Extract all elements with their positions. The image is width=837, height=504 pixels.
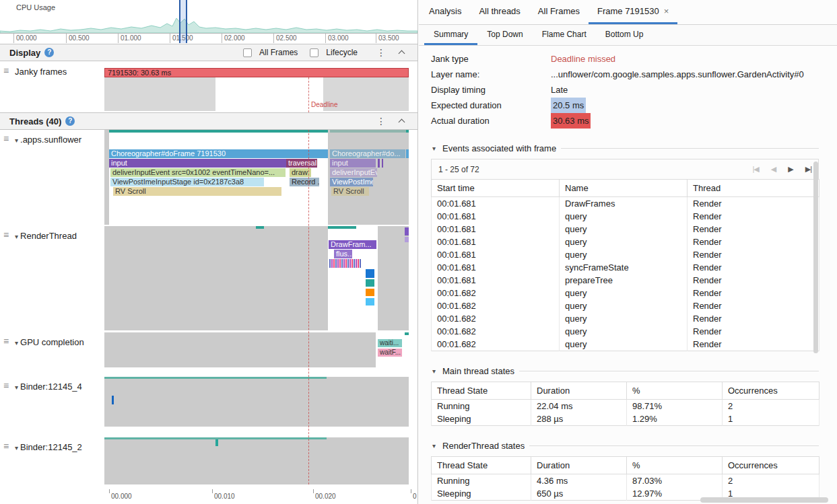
cell-name[interactable]: query xyxy=(560,210,688,223)
janky-frame-bar[interactable]: 7191530: 30.63 ms xyxy=(104,68,409,77)
lifecycle-checkbox-label[interactable]: Lifecycle xyxy=(326,48,358,57)
cell-start-time[interactable]: 00:01.682 xyxy=(432,338,560,351)
cell-name[interactable]: prepareTree xyxy=(560,274,688,287)
previous-page-icon[interactable]: ◀ xyxy=(771,165,776,174)
cell-start-time[interactable]: 00:01.681 xyxy=(432,197,560,211)
trace-event-sliver[interactable] xyxy=(382,159,383,168)
grip-icon[interactable]: ≡ xyxy=(3,66,9,75)
range-selection-handle[interactable] xyxy=(179,0,187,43)
column-header[interactable]: % xyxy=(627,382,723,400)
cell-name[interactable]: query xyxy=(560,248,688,261)
trace-event-block[interactable] xyxy=(366,269,374,278)
table-row[interactable]: 00:01.681 syncFrameState Render xyxy=(432,261,819,274)
kebab-menu-icon[interactable]: ⋮ xyxy=(370,47,393,58)
cell-thread[interactable]: Render xyxy=(688,236,819,248)
all-frames-checkbox[interactable] xyxy=(243,48,252,57)
trace-event-rv-scroll-dim[interactable]: RV Scroll xyxy=(331,187,369,196)
tab-flame-chart[interactable]: Flame Chart xyxy=(533,25,596,45)
grip-icon[interactable]: ≡ xyxy=(3,381,9,390)
trace-event-sliver[interactable] xyxy=(406,130,409,133)
tab-all-threads[interactable]: All threads xyxy=(470,0,529,24)
column-header[interactable]: Thread State xyxy=(432,382,531,400)
help-icon[interactable]: ? xyxy=(44,48,54,57)
trace-event-wait-fence[interactable]: waitF... xyxy=(378,349,402,357)
collapse-chevron-icon[interactable] xyxy=(399,50,405,57)
trace-event-waiting[interactable]: waiti... xyxy=(378,339,402,347)
table-row[interactable]: 00:01.681 query Render xyxy=(432,248,819,261)
cell-name[interactable]: query xyxy=(560,236,688,248)
trace-event-sliver[interactable] xyxy=(215,439,218,446)
cell-thread[interactable]: Render xyxy=(688,197,819,211)
trace-event-input-dim[interactable]: input xyxy=(330,159,376,168)
table-row[interactable]: 00:01.682 query Render xyxy=(432,338,819,351)
trace-event-dense-strip[interactable] xyxy=(329,259,362,268)
cell-thread[interactable]: Render xyxy=(688,287,819,299)
trace-event-block[interactable] xyxy=(366,289,374,296)
trace-event-input[interactable]: input xyxy=(109,159,286,168)
thread-name[interactable]: ▾Binder:12145_4 xyxy=(15,382,82,392)
cell-name[interactable]: query xyxy=(560,312,688,325)
cell-thread[interactable]: Render xyxy=(688,325,819,338)
column-header[interactable]: Duration xyxy=(531,457,627,474)
trace-event-choreographer-dim[interactable]: Choreographer#do... xyxy=(330,149,405,158)
table-row[interactable]: 00:01.682 query Render xyxy=(432,325,819,338)
cell-name[interactable]: query xyxy=(560,223,688,236)
cell-thread[interactable]: Render xyxy=(688,312,819,325)
table-row[interactable]: 00:01.681 prepareTree Render xyxy=(432,274,819,287)
trace-event-sliver[interactable] xyxy=(405,227,409,236)
trace-event-rv-scroll[interactable]: RV Scroll xyxy=(113,187,281,196)
cell-start-time[interactable]: 00:01.682 xyxy=(432,325,560,338)
trace-event-sliver[interactable] xyxy=(378,159,380,168)
renderthread-states-section-header[interactable]: ▾ RenderThread states xyxy=(432,441,819,451)
cpu-usage-sparkline[interactable] xyxy=(0,10,417,33)
trace-event-sliver[interactable] xyxy=(405,332,409,335)
tab-top-down[interactable]: Top Down xyxy=(477,25,532,45)
section-collapse-icon[interactable]: ▾ xyxy=(432,442,436,449)
trace-event-traversal[interactable]: traversal xyxy=(286,159,317,168)
cell-start-time[interactable]: 00:01.682 xyxy=(432,287,560,299)
cell-thread[interactable]: Render xyxy=(688,223,819,236)
tab-frame-7191530[interactable]: Frame 7191530 × xyxy=(589,0,677,24)
horizontal-scrollbar[interactable] xyxy=(700,497,828,503)
trace-event-sliver[interactable] xyxy=(405,237,409,242)
collapse-chevron-icon[interactable] xyxy=(399,119,405,126)
last-page-icon[interactable]: ▶| xyxy=(805,165,811,174)
grip-icon[interactable]: ≡ xyxy=(3,441,9,451)
cell-thread[interactable]: Render xyxy=(688,299,819,312)
table-row[interactable]: 00:01.681 query Render xyxy=(432,223,819,236)
trace-event-draw[interactable]: draw xyxy=(290,168,311,177)
grip-icon[interactable]: ≡ xyxy=(3,336,9,346)
grip-icon[interactable]: ≡ xyxy=(3,134,9,143)
trace-event-deliver-input[interactable]: deliverInputEvent src=0x1002 eventTimeNa… xyxy=(110,168,286,177)
cell-start-time[interactable]: 00:01.682 xyxy=(432,312,560,325)
trace-event-view-post-ime[interactable]: ViewPostImeInputStage id=0x2187c3a8 xyxy=(110,178,264,186)
cell-start-time[interactable]: 00:01.681 xyxy=(432,236,560,248)
cell-start-time[interactable]: 00:01.681 xyxy=(432,248,560,261)
cell-thread[interactable]: Render xyxy=(688,210,819,223)
all-frames-checkbox-label[interactable]: All Frames xyxy=(259,48,298,57)
trace-event-choreographer[interactable]: Choreographer#doFrame 7191530 xyxy=(109,149,328,158)
cell-name[interactable]: query xyxy=(560,299,688,312)
cpu-usage-track[interactable]: CPU Usage 00.000 00.500 01.000 01.500 02… xyxy=(0,0,417,43)
close-icon[interactable]: × xyxy=(664,6,669,16)
cell-name[interactable]: syncFrameState xyxy=(560,261,688,274)
table-row[interactable]: 00:01.681 query Render xyxy=(432,210,819,223)
cell-start-time[interactable]: 00:01.681 xyxy=(432,223,560,236)
lifecycle-checkbox[interactable] xyxy=(310,48,319,57)
trace-event-block[interactable] xyxy=(366,279,374,287)
cell-start-time[interactable]: 00:01.681 xyxy=(432,210,560,223)
column-header[interactable]: Duration xyxy=(531,382,627,400)
first-page-icon[interactable]: |◀ xyxy=(752,165,758,174)
next-page-icon[interactable]: ▶ xyxy=(788,165,793,174)
tab-bottom-up[interactable]: Bottom Up xyxy=(596,25,653,45)
cell-name[interactable]: query xyxy=(560,338,688,351)
trace-event-flush[interactable]: flus... xyxy=(334,250,352,258)
kebab-menu-icon[interactable]: ⋮ xyxy=(370,116,393,127)
main-thread-states-section-header[interactable]: ▾ Main thread states xyxy=(432,366,819,376)
tab-summary[interactable]: Summary xyxy=(424,25,477,45)
cell-name[interactable]: query xyxy=(560,287,688,299)
column-header[interactable]: Thread State xyxy=(432,457,531,474)
thread-name[interactable]: ▾GPU completion xyxy=(15,337,84,347)
cell-start-time[interactable]: 00:01.681 xyxy=(432,261,560,274)
thread-name[interactable]: ▾Binder:12145_2 xyxy=(15,442,82,452)
